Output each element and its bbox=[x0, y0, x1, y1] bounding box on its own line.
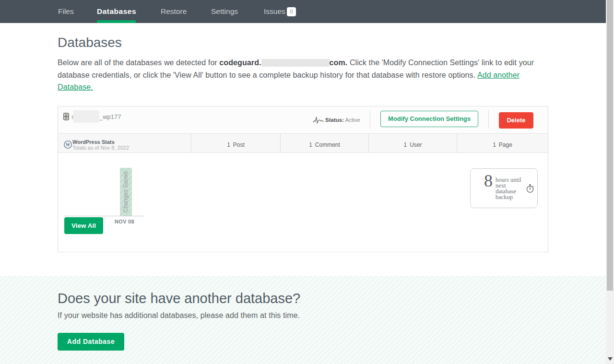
svg-text:W: W bbox=[66, 142, 71, 147]
